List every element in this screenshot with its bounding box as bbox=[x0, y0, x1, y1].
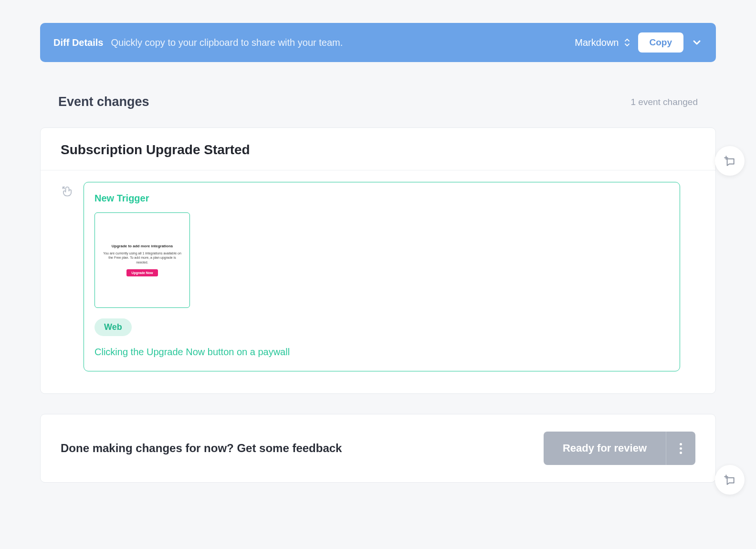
section-title: Event changes bbox=[58, 95, 149, 109]
ready-more-button[interactable] bbox=[666, 432, 695, 465]
event-card: Subscription Upgrade Started New Trigger… bbox=[40, 127, 716, 394]
thumb-desc: You are currently using all 1 integratio… bbox=[100, 251, 185, 264]
diff-title: Diff Details bbox=[53, 37, 103, 48]
trigger-description: Clicking the Upgrade Now button on a pay… bbox=[94, 347, 669, 358]
comment-plus-icon bbox=[724, 474, 736, 486]
thumb-title: Upgrade to add more integrations bbox=[112, 244, 173, 248]
comment-plus-icon bbox=[724, 155, 736, 167]
ready-button-group: Ready for review bbox=[544, 432, 695, 465]
section-count: 1 event changed bbox=[630, 97, 698, 107]
event-title: Subscription Upgrade Started bbox=[61, 142, 695, 158]
trigger-thumbnail[interactable]: Upgrade to add more integrations You are… bbox=[94, 212, 190, 308]
diff-details-banner: Diff Details Quickly copy to your clipbo… bbox=[40, 23, 716, 62]
trigger-box: New Trigger Upgrade to add more integrat… bbox=[84, 182, 680, 371]
thumb-button: Upgrade Now bbox=[126, 269, 158, 276]
format-select[interactable]: Markdown bbox=[575, 37, 630, 48]
trigger-label: New Trigger bbox=[94, 193, 669, 204]
add-comment-button[interactable] bbox=[715, 146, 745, 176]
platform-badge: Web bbox=[94, 318, 132, 336]
copy-button[interactable]: Copy bbox=[638, 32, 684, 53]
dots-vertical-icon bbox=[680, 443, 682, 454]
ready-for-review-button[interactable]: Ready for review bbox=[544, 432, 666, 465]
trigger-icon bbox=[61, 185, 74, 371]
section-header: Event changes 1 event changed bbox=[58, 95, 716, 109]
expand-toggle[interactable] bbox=[691, 37, 703, 48]
diff-subtitle: Quickly copy to your clipboard to share … bbox=[111, 37, 343, 48]
select-updown-icon bbox=[624, 38, 630, 47]
feedback-prompt: Done making changes for now? Get some fe… bbox=[61, 442, 342, 455]
chevron-down-icon bbox=[691, 37, 703, 48]
add-comment-button[interactable] bbox=[715, 465, 745, 495]
format-selected-label: Markdown bbox=[575, 37, 619, 48]
feedback-card: Done making changes for now? Get some fe… bbox=[40, 414, 716, 483]
